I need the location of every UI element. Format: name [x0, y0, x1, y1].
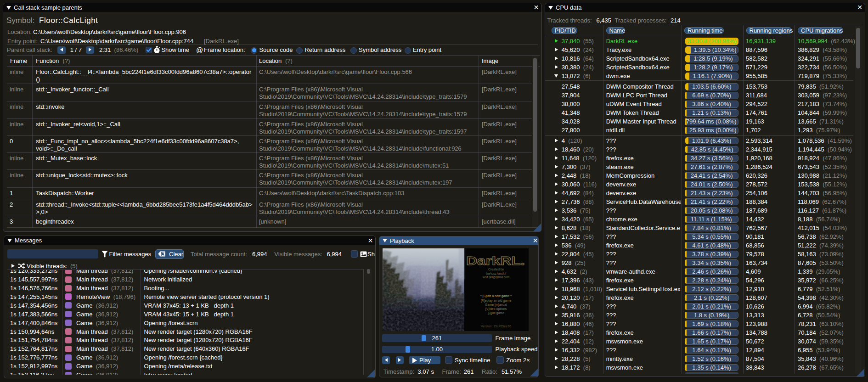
svg-text:bartosz taudul: bartosz taudul — [486, 272, 506, 275]
svg-text:[Q]uit game: [Q]uit game — [488, 311, 504, 315]
svg-text:wolf.pld@gmail.com: wolf.pld@gmail.com — [482, 275, 509, 279]
svg-text:[R]eplay an old game: [R]eplay an old game — [481, 298, 511, 302]
svg-text:Game [m]anual: Game [m]anual — [485, 303, 507, 306]
svg-text:Version: 15c455ee76: Version: 15c455ee76 — [481, 325, 511, 328]
svg-text:Created by: Created by — [488, 268, 504, 271]
svg-text:* [S]tart a new game *: * [S]tart a new game * — [480, 294, 512, 298]
svg-text:DarkRL.: DarkRL. — [466, 254, 525, 267]
svg-text:[V]ideo options: [V]ideo options — [485, 307, 507, 310]
